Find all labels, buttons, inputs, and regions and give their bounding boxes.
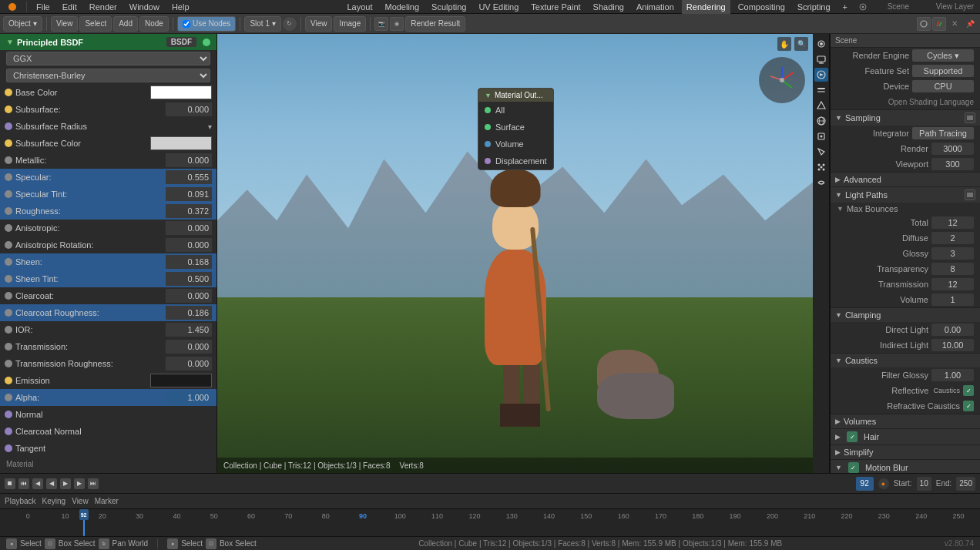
use-nodes-btn[interactable]: Use Nodes — [177, 16, 236, 32]
base-color-swatch[interactable] — [150, 86, 212, 99]
zoom-icon[interactable]: 🔍 — [794, 37, 808, 51]
light-paths-header[interactable]: ▼ Light Paths — [831, 187, 980, 203]
play-forward-button[interactable]: ▶ — [60, 478, 71, 489]
constraints-icon[interactable] — [814, 176, 828, 189]
viewport-gizmo[interactable] — [759, 57, 805, 103]
scrubber-handle[interactable]: 92 — [79, 509, 89, 520]
reflective-caustics-checkbox[interactable]: ✓ — [963, 385, 974, 396]
transmission-bounces-value[interactable]: 12 — [931, 278, 974, 290]
volumes-header[interactable]: ▶ Volumes — [831, 414, 980, 428]
viewport-samples-value[interactable]: 300 — [931, 158, 974, 170]
filter-glossy-value[interactable]: 1.00 — [931, 369, 974, 381]
viewport[interactable]: ▼ Material Out... All Surface Volume — [217, 34, 813, 473]
sampling-header[interactable]: ▼ Sampling — [831, 110, 980, 126]
tab-uv-editing[interactable]: UV Editing — [474, 0, 523, 14]
tab-add[interactable]: + — [838, 0, 852, 14]
keying-icon[interactable]: ◆ — [878, 478, 889, 489]
current-frame[interactable]: 92 — [856, 477, 874, 491]
clamping-header[interactable]: ▼ Clamping — [831, 308, 980, 322]
add-btn[interactable]: Add — [113, 16, 138, 32]
particles-icon[interactable] — [814, 160, 828, 174]
transmission-value[interactable]: 0.000 — [166, 340, 212, 354]
tab-animation[interactable]: Animation — [632, 0, 679, 14]
render-camera-icon[interactable]: 📷 — [374, 17, 388, 31]
tab-shading[interactable]: Shading — [589, 0, 629, 14]
keying-menu[interactable]: Keying — [42, 497, 66, 505]
render-samples-value[interactable]: 3000 — [931, 143, 974, 155]
prev-frame-button[interactable]: ◀ — [32, 478, 43, 489]
object-icon[interactable] — [814, 129, 828, 143]
indirect-light-value[interactable]: 10.00 — [931, 339, 974, 351]
subsurface-radius-expand[interactable]: ▾ — [208, 122, 212, 131]
blender-menu[interactable] — [3, 0, 22, 14]
help-menu[interactable]: Help — [167, 0, 194, 14]
next-frame-button[interactable]: ▶ — [74, 478, 85, 489]
play-reverse-button[interactable]: ◀ — [46, 478, 57, 489]
marker-menu[interactable]: Marker — [95, 497, 119, 505]
hair-header[interactable]: ▶ ✓ Hair — [831, 429, 980, 444]
advanced-header[interactable]: ▶ Advanced — [831, 173, 980, 186]
tab-layout[interactable]: Layout — [342, 0, 377, 14]
clearcoat-roughness-value[interactable]: 0.186 — [166, 306, 212, 320]
hair-checkbox[interactable]: ✓ — [847, 431, 858, 442]
clearcoat-value[interactable]: 0.000 — [166, 289, 212, 303]
modifier-icon[interactable] — [814, 145, 828, 159]
feature-set-value[interactable]: Supported — [912, 65, 974, 77]
pin-icon[interactable]: 📌 — [963, 17, 977, 31]
render-result-btn[interactable]: Render Result — [405, 16, 465, 32]
specular-tint-value[interactable]: 0.091 — [166, 187, 212, 201]
end-frame[interactable]: 250 — [956, 477, 975, 491]
max-bounces-row[interactable]: ▼ Max Bounces — [837, 204, 974, 213]
volume-bounces-value[interactable]: 1 — [931, 293, 974, 306]
glossy-value[interactable]: 3 — [931, 247, 974, 260]
world-icon[interactable] — [814, 114, 828, 128]
sheen-value[interactable]: 0.168 — [166, 255, 212, 269]
anisotropic-rotation-value[interactable]: 0.000 — [166, 238, 212, 252]
light-paths-list-icon[interactable] — [965, 189, 975, 200]
playback-menu[interactable]: Playback — [5, 497, 36, 505]
distribution-select[interactable]: GGX — [6, 52, 210, 65]
motion-blur-header[interactable]: ▼ ✓ Motion Blur — [831, 460, 980, 473]
gizmo-toggle-icon[interactable] — [932, 17, 946, 31]
node-btn[interactable]: Node — [139, 16, 169, 32]
view2-btn[interactable]: View — [305, 16, 333, 32]
transmission-roughness-value[interactable]: 0.000 — [166, 357, 212, 371]
refresh-btn[interactable]: ↻ — [283, 17, 297, 31]
anisotropic-value[interactable]: 0.000 — [166, 221, 212, 235]
overlay-toggle-icon[interactable] — [917, 17, 931, 31]
sampling-list-icon[interactable] — [965, 112, 975, 123]
mat-volume-item[interactable]: Volume — [478, 136, 553, 153]
image-btn[interactable]: Image — [334, 16, 366, 32]
window-menu[interactable]: Window — [125, 0, 164, 14]
transparency-value[interactable]: 8 — [931, 263, 974, 275]
viewport-shade-icon[interactable]: ◉ — [390, 17, 404, 31]
specular-value[interactable]: 0.555 — [166, 170, 212, 184]
integrator-value[interactable]: Path Tracing — [912, 127, 974, 139]
view-menu[interactable]: View — [72, 497, 89, 505]
mat-all-item[interactable]: All — [478, 102, 553, 119]
file-menu[interactable]: File — [32, 0, 55, 14]
subsurface-color-swatch[interactable] — [150, 136, 212, 150]
caustics-header[interactable]: ▼ Caustics — [831, 354, 980, 367]
mat-surface-item[interactable]: Surface — [478, 119, 553, 136]
device-value[interactable]: CPU — [912, 80, 974, 92]
render-icon[interactable] — [814, 37, 828, 51]
sheen-tint-value[interactable]: 0.500 — [166, 272, 212, 286]
refractive-caustics-checkbox[interactable]: ✓ — [963, 401, 974, 411]
use-nodes-checkbox[interactable] — [183, 20, 190, 28]
object-mode-btn[interactable]: Object ▾ — [3, 16, 42, 32]
ior-value[interactable]: 1.450 — [166, 323, 212, 337]
tab-rendering[interactable]: Rendering — [682, 0, 730, 14]
motion-blur-checkbox[interactable]: ✓ — [848, 462, 859, 473]
tab-compositing[interactable]: Compositing — [733, 0, 790, 14]
simplify-header[interactable]: ▶ Simplify — [831, 445, 980, 459]
play-button[interactable]: ⏹ — [5, 478, 15, 489]
start-frame[interactable]: 10 — [917, 477, 931, 491]
output-icon[interactable] — [814, 52, 828, 66]
metallic-value[interactable]: 0.000 — [166, 153, 212, 167]
close-render-icon[interactable]: ✕ — [948, 17, 962, 31]
subsurface-value[interactable]: 0.000 — [166, 102, 212, 116]
render-engine-value[interactable]: Cycles ▾ — [912, 49, 974, 62]
view-layer-icon[interactable] — [814, 83, 828, 97]
diffuse-value[interactable]: 2 — [931, 232, 974, 244]
